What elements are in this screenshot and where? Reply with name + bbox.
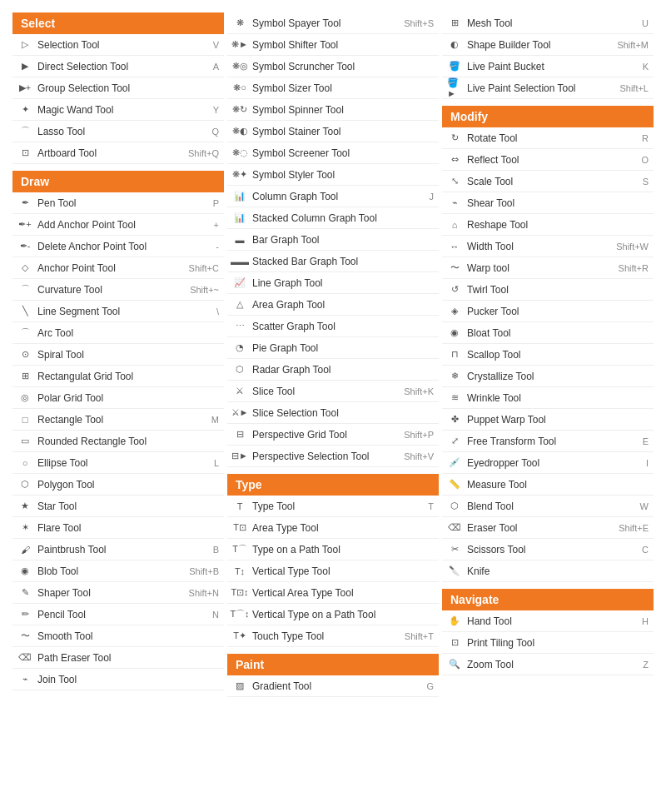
tool-shortcut: U [642, 18, 649, 28]
tool-name: Live Paint Selection Tool [467, 82, 616, 94]
tool-item[interactable]: ⌒Lasso ToolQ [12, 121, 224, 142]
tool-item[interactable]: ╲Line Segment Tool\ [12, 301, 224, 322]
tool-item[interactable]: ❋◌Symbol Screener Tool [227, 142, 439, 164]
tool-item[interactable]: ⤡Scale ToolS [442, 171, 654, 192]
tool-item[interactable]: 🔍Zoom ToolZ [442, 654, 654, 675]
tool-item[interactable]: □Rectangle ToolM [12, 409, 224, 431]
tool-item[interactable]: ⊞Mesh ToolU [442, 12, 654, 34]
tool-item[interactable]: 🖌Paintbrush ToolB [12, 539, 224, 560]
tool-shortcut: Shift+K [404, 386, 434, 396]
tool-item[interactable]: ⌒Arc Tool [12, 322, 224, 344]
tool-item[interactable]: ▬Bar Graph Tool [227, 229, 439, 251]
tool-name: Eraser Tool [467, 522, 615, 534]
tool-icon: ✦ [17, 102, 32, 117]
tool-item[interactable]: ✒+Add Anchor Point Tool+ [12, 214, 224, 236]
tool-icon: ▶ [17, 59, 32, 74]
tool-item[interactable]: ⊟►Perspective Selection ToolShift+V [227, 446, 439, 467]
tool-item[interactable]: T⊡↕Vertical Area Type Tool [227, 582, 439, 604]
tool-item[interactable]: T↕Vertical Type Tool [227, 560, 439, 582]
tool-item[interactable]: ⊞Rectangulat Grid Tool [12, 366, 224, 387]
tool-item[interactable]: ✏Pencil ToolN [12, 604, 224, 625]
tool-item[interactable]: ✒Pen ToolP [12, 192, 224, 214]
tool-item[interactable]: ↻Rotate ToolR [442, 127, 654, 149]
tool-item[interactable]: ✶Flare Tool [12, 517, 224, 539]
tool-item[interactable]: ❋►Symbol Shifter Tool [227, 34, 439, 56]
tool-item[interactable]: ❄Crystallize Tool [442, 366, 654, 387]
tool-icon: ❋✦ [232, 167, 247, 182]
tool-item[interactable]: ▬▬Stacked Bar Graph Tool [227, 251, 439, 272]
tool-item[interactable]: 📏Measure Tool [442, 474, 654, 496]
tool-item[interactable]: ◔Pie Graph Tool [227, 337, 439, 359]
tool-item[interactable]: ❋✦Symbol Styler Tool [227, 164, 439, 186]
tool-item[interactable]: ⊡Artboard ToolShift+Q [12, 142, 224, 164]
tool-item[interactable]: ↺Twirl Tool [442, 279, 654, 301]
tool-item[interactable]: ⬡Polygon Tool [12, 474, 224, 496]
tool-item[interactable]: ◉Bloat Tool [442, 322, 654, 344]
tool-item[interactable]: T⌒Type on a Path Tool [227, 539, 439, 560]
tool-item[interactable]: ⇔Reflect ToolO [442, 149, 654, 171]
tool-item[interactable]: ◎Polar Grid Tool [12, 387, 224, 409]
tool-item[interactable]: ⚔Slice ToolShift+K [227, 381, 439, 402]
tool-item[interactable]: ▶+Group Selection Tool [12, 77, 224, 99]
tool-item[interactable]: ⊡Print Tiling Tool [442, 632, 654, 654]
tool-item[interactable]: 🪣Live Paint BucketK [442, 56, 654, 77]
tool-item[interactable]: ⊟Perspective Grid ToolShift+P [227, 424, 439, 446]
tool-item[interactable]: ❋↻Symbol Spinner Tool [227, 99, 439, 121]
tool-item[interactable]: 〜Smooth Tool [12, 625, 224, 647]
tool-item[interactable]: ✦Magic Wand ToolY [12, 99, 224, 121]
tool-item[interactable]: ≋Wrinkle Tool [442, 387, 654, 409]
tool-item[interactable]: ⌫Path Eraser Tool [12, 647, 224, 669]
section-spacer [227, 647, 439, 654]
tool-item[interactable]: ◐Shape Builder ToolShift+M [442, 34, 654, 56]
tool-item[interactable]: ✋Hand ToolH [442, 610, 654, 632]
tool-item[interactable]: ✤Puppet Warp Tool [442, 409, 654, 431]
tool-item[interactable]: ⋯Scatter Graph Tool [227, 316, 439, 337]
tool-icon: T⌒↕ [232, 607, 247, 622]
tool-item[interactable]: ⊓Scallop Tool [442, 344, 654, 366]
tool-item[interactable]: ⌫Eraser ToolShift+E [442, 517, 654, 539]
tool-item[interactable]: △Area Graph Tool [227, 294, 439, 316]
tool-item[interactable]: ⚔►Slice Selection Tool [227, 402, 439, 424]
tool-icon: ⚔► [232, 406, 247, 421]
tool-item[interactable]: ❋Symbol Spayer ToolShift+S [227, 12, 439, 34]
tool-item[interactable]: T⌒↕Vertical Type on a Path Tool [227, 604, 439, 625]
tool-item[interactable]: ▷Selection ToolV [12, 34, 224, 56]
tool-item[interactable]: ⊙Spiral Tool [12, 344, 224, 366]
tool-item[interactable]: ✎Shaper ToolShift+N [12, 582, 224, 604]
tool-item[interactable]: ⌂Reshape Tool [442, 214, 654, 236]
tool-item[interactable]: 💉Eyedropper ToolI [442, 452, 654, 474]
tool-item[interactable]: ⌁Join Tool [12, 669, 224, 690]
tool-item[interactable]: 〜Warp toolShift+R [442, 257, 654, 279]
tool-item[interactable]: 📈Line Graph Tool [227, 272, 439, 294]
tool-item[interactable]: ✒-Delete Anchor Point Tool- [12, 236, 224, 257]
tool-item[interactable]: 📊Stacked Column Graph Tool [227, 207, 439, 229]
column-1: ❋Symbol Spayer ToolShift+S❋►Symbol Shift… [227, 12, 439, 697]
tool-item[interactable]: ◈Pucker Tool [442, 301, 654, 322]
tool-item[interactable]: 📊Column Graph ToolJ [227, 186, 439, 207]
tool-item[interactable]: ⌁Shear Tool [442, 192, 654, 214]
tool-item[interactable]: ▭Rounded Rectangle Tool [12, 431, 224, 452]
tool-item[interactable]: ▶Direct Selection ToolA [12, 56, 224, 77]
tool-item[interactable]: T⊡Area Type Tool [227, 517, 439, 539]
tool-item[interactable]: ❋◎Symbol Scruncher Tool [227, 56, 439, 77]
tool-item[interactable]: ⬡Blend ToolW [442, 496, 654, 517]
tool-item[interactable]: TType ToolT [227, 496, 439, 517]
tool-item[interactable]: ◇Anchor Point ToolShift+C [12, 257, 224, 279]
tool-item[interactable]: ✂Scissors ToolC [442, 539, 654, 560]
tool-item[interactable]: 🔪Knife [442, 560, 654, 582]
tool-item[interactable]: ⬡Radar Graph Tool [227, 359, 439, 381]
tool-item[interactable]: ❋○Symbol Sizer Tool [227, 77, 439, 99]
tool-item[interactable]: ⤢Free Transform ToolE [442, 431, 654, 452]
tool-item[interactable]: ○Ellipse ToolL [12, 452, 224, 474]
tool-item[interactable]: ◉Blob ToolShift+B [12, 560, 224, 582]
tool-item[interactable]: T✦Touch Type ToolShift+T [227, 625, 439, 647]
tool-name: Pie Graph Tool [252, 342, 434, 354]
tool-item[interactable]: ↔Width ToolShift+W [442, 236, 654, 257]
tool-item[interactable]: 🪣►Live Paint Selection ToolShift+L [442, 77, 654, 99]
tool-item[interactable]: ★Star Tool [12, 496, 224, 517]
tool-item[interactable]: ❋◐Symbol Stainer Tool [227, 121, 439, 142]
tool-icon: 〜 [17, 629, 32, 644]
tool-name: Symbol Shifter Tool [252, 39, 434, 51]
tool-item[interactable]: ▨Gradient ToolG [227, 675, 439, 697]
tool-item[interactable]: ⌒Curvature ToolShift+~ [12, 279, 224, 301]
